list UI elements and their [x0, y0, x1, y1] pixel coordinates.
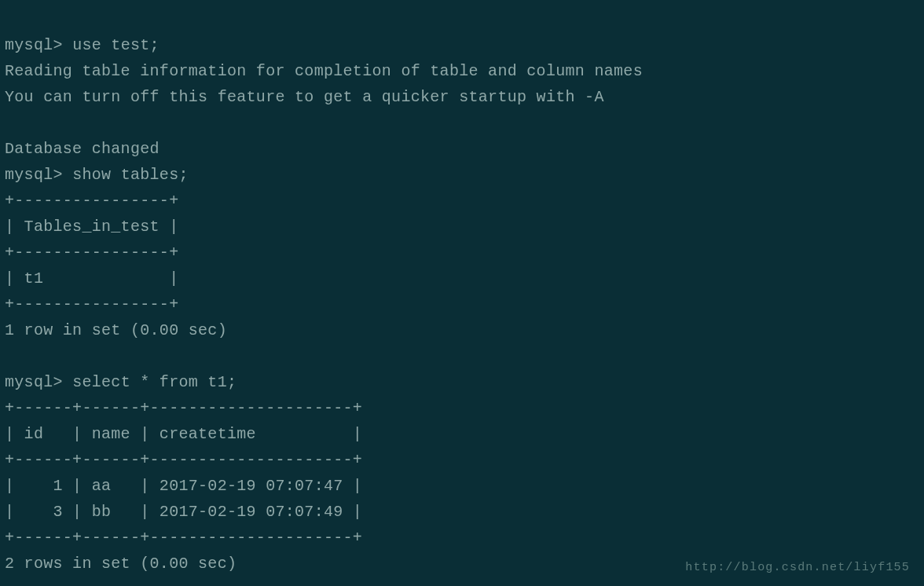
table2-border-bottom: +------+------+---------------------+ — [5, 529, 362, 547]
output-reading-info: Reading table information for completion… — [5, 62, 643, 80]
command-use-test: use test; — [72, 36, 160, 54]
table2-row-2: | 3 | bb | 2017-02-19 07:07:49 | — [5, 503, 362, 521]
output-turnoff-hint: You can turn off this feature to get a q… — [5, 88, 604, 106]
line-1: mysql> use test; — [5, 36, 160, 54]
table-border-bottom: +----------------+ — [5, 295, 178, 313]
table2-border-top: +------+------+---------------------+ — [5, 399, 362, 417]
mysql-prompt: mysql> — [5, 166, 72, 184]
output-rowcount-1: 1 row in set (0.00 sec) — [5, 321, 227, 339]
table-border-top: +----------------+ — [5, 192, 178, 210]
line-6: mysql> show tables; — [5, 166, 189, 184]
table2-row-1: | 1 | aa | 2017-02-19 07:07:47 | — [5, 477, 362, 495]
command-select-t1: select * from t1; — [72, 373, 236, 391]
command-show-tables: show tables; — [72, 166, 189, 184]
mysql-prompt: mysql> — [5, 373, 72, 391]
output-db-changed: Database changed — [5, 140, 160, 158]
terminal-output: mysql> use test; Reading table informati… — [5, 6, 919, 577]
table-header-tables-in-test: | Tables_in_test | — [5, 218, 178, 236]
table-border-mid: +----------------+ — [5, 244, 178, 262]
mysql-prompt: mysql> — [5, 36, 72, 54]
output-rowcount-2: 2 rows in set (0.00 sec) — [5, 555, 236, 573]
table2-header: | id | name | createtime | — [5, 425, 362, 443]
table-row-t1: | t1 | — [5, 269, 178, 288]
table2-border-mid: +------+------+---------------------+ — [5, 451, 362, 469]
watermark-url: http://blog.csdn.net/liyf155 — [685, 559, 910, 578]
line-14: mysql> select * from t1; — [5, 373, 236, 391]
